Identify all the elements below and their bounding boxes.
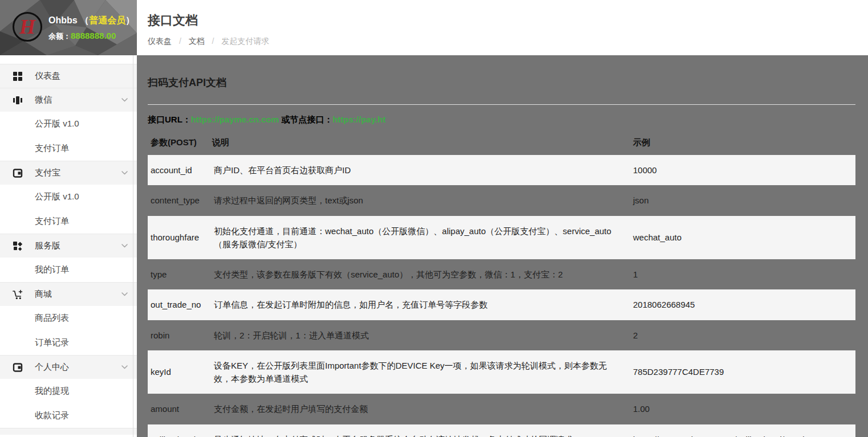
content-panel: 扫码支付API文档 接口URL：https://payme.cn.com 或节点… (137, 55, 868, 437)
table-row: content_type 请求过程中返回的网页类型，text或json json (148, 185, 855, 215)
sidebar-header: H Ohbbs （普通会员） 余额：8888888.00 (0, 0, 137, 55)
api-url-link[interactable]: https://payme.cn.com (191, 115, 279, 124)
cell-example: 2 (628, 320, 855, 350)
cell-desc: 初始化支付通道，目前通道：wechat_auto（公开版微信）、alipay_a… (209, 216, 628, 260)
cell-desc: 异步通知地址，在支付完成时，本平台服务器系统会自动向该地址发起一条支付成功的回调… (209, 424, 628, 437)
cell-param: type (148, 259, 209, 289)
logo-letter: H (19, 17, 35, 37)
col-header-example: 示例 (628, 133, 855, 155)
table-header-row: 参数(POST) 说明 示例 (148, 133, 855, 155)
breadcrumb: 仪表盘 / 文档 / 发起支付请求 (148, 36, 868, 47)
sidebar-item-service[interactable]: 服务版 (0, 234, 137, 258)
cell-desc: 支付类型，该参数在服务版下有效（service_auto），其他可为空参数，微信… (209, 259, 628, 289)
wallet-icon (13, 362, 23, 373)
dashboard-icon (13, 71, 23, 81)
breadcrumb-separator: / (179, 36, 181, 46)
app: H Ohbbs （普通会员） 余额：8888888.00 仪表盘 微信 公开版 … (0, 0, 868, 437)
sidebar-item-order-records[interactable]: 订单记录 (0, 330, 137, 355)
brand-logo: H (13, 12, 42, 42)
breadcrumb-docs[interactable]: 文档 (189, 36, 205, 46)
api-url-label: 接口URL： (148, 115, 191, 124)
membership-badge: 普通会员 (89, 15, 125, 25)
sidebar-item-my-withdrawals[interactable]: 我的提现 (0, 379, 137, 403)
api-url-middle: 或节点接口： (279, 115, 332, 124)
chevron-down-icon (121, 98, 128, 102)
sidebar-item-wechat[interactable]: 微信 (0, 88, 137, 112)
sidebar-item-product-list[interactable]: 商品列表 (0, 306, 137, 330)
cell-desc: 轮训，2：开启轮训，1：进入单通道模式 (209, 320, 628, 350)
table-row: keyId 设备KEY，在公开版列表里面Important参数下的DEVICE … (148, 350, 855, 394)
section-title: 扫码支付API文档 (148, 76, 855, 89)
cart-plus-icon (13, 289, 23, 300)
sidebar-item-mall[interactable]: 商城 (0, 282, 137, 307)
sidebar-footer-strip (0, 428, 137, 435)
col-header-desc: 说明 (209, 133, 628, 155)
api-url-line: 接口URL：https://payme.cn.com 或节点接口：https:/… (148, 115, 855, 125)
sidebar-item-dashboard[interactable]: 仪表盘 (0, 64, 137, 88)
chevron-down-icon (121, 244, 128, 248)
page-header: 接口文档 仪表盘 / 文档 / 发起支付请求 (137, 0, 868, 55)
balance-line: 余额：8888888.00 (48, 31, 116, 42)
api-node-url-link[interactable]: https://pay.ht (332, 115, 386, 124)
cell-desc: 支付金额，在发起时用户填写的支付金额 (209, 394, 628, 424)
table-row: thoroughfare 初始化支付通道，目前通道：wechat_auto（公开… (148, 216, 855, 260)
chevron-down-icon (121, 171, 128, 175)
sidebar-item-alipay-orders[interactable]: 支付订单 (0, 209, 137, 234)
cell-desc: 订单信息，在发起订单时附加的信息，如用户名，充值订单号等字段参数 (209, 289, 628, 320)
table-row: robin 轮训，2：开启轮训，1：进入单通道模式 2 (148, 320, 855, 350)
cell-param: out_trade_no (148, 289, 209, 320)
table-row: account_id 商户ID、在平台首页右边获取商户ID 10000 (148, 155, 855, 185)
cell-example: 2018062668945 (628, 289, 855, 320)
cell-param: amount (148, 394, 209, 424)
shapes-icon (13, 241, 23, 251)
balance-label: 余额： (48, 32, 71, 40)
cell-desc: 商户ID、在平台首页右边获取商户ID (209, 155, 628, 185)
sidebar-item-wechat-orders[interactable]: 支付订单 (0, 136, 137, 161)
cell-example: 785D239777C4DE7739 (628, 350, 855, 394)
balance-value: 8888888.00 (71, 31, 116, 40)
sidebar-item-my-orders[interactable]: 我的订单 (0, 258, 137, 282)
cell-example: 1.00 (628, 394, 855, 424)
bars-icon (13, 95, 23, 105)
cell-example: 1 (628, 259, 855, 289)
main-area: 接口文档 仪表盘 / 文档 / 发起支付请求 扫码支付API文档 接口URL：h… (137, 0, 868, 437)
cell-param: content_type (148, 185, 209, 215)
cell-param: thoroughfare (148, 216, 209, 260)
breadcrumb-dashboard[interactable]: 仪表盘 (148, 36, 172, 46)
cell-param: robin (148, 320, 209, 350)
chevron-down-icon (121, 365, 128, 369)
table-row: type 支付类型，该参数在服务版下有效（service_auto），其他可为空… (148, 259, 855, 289)
api-params-table: 参数(POST) 说明 示例 account_id 商户ID、在平台首页右边获取… (148, 133, 855, 437)
sidebar-item-alipay-public[interactable]: 公开版 v1.0 (0, 185, 137, 209)
chevron-down-icon (121, 292, 128, 296)
cell-example: 10000 (628, 155, 855, 185)
cell-example: wechat_auto (628, 216, 855, 260)
page-title: 接口文档 (148, 0, 868, 29)
sidebar: H Ohbbs （普通会员） 余额：8888888.00 仪表盘 微信 公开版 … (0, 0, 137, 437)
user-name-line: Ohbbs （普通会员） (48, 15, 135, 27)
wallet-icon (13, 168, 23, 178)
table-row: amount 支付金额，在发起时用户填写的支付金额 1.00 (148, 394, 855, 424)
cell-example: json (628, 185, 855, 215)
cell-desc: 请求过程中返回的网页类型，text或json (209, 185, 628, 215)
sidebar-item-profile[interactable]: 个人中心 (0, 355, 137, 379)
cell-param: account_id (148, 155, 209, 185)
table-row: out_trade_no 订单信息，在发起订单时附加的信息，如用户名，充值订单号… (148, 289, 855, 320)
sidebar-item-alipay[interactable]: 支付宝 (0, 161, 137, 185)
cell-desc: 设备KEY，在公开版列表里面Important参数下的DEVICE Key一项，… (209, 350, 628, 394)
section-divider (148, 104, 855, 105)
cell-param: callback_url (148, 424, 209, 437)
breadcrumb-separator: / (212, 36, 214, 46)
cell-example: https://www.codesceo.com/callback_url/pa… (628, 424, 855, 437)
breadcrumb-current: 发起支付请求 (221, 36, 269, 46)
table-row: callback_url 异步通知地址，在支付完成时，本平台服务器系统会自动向该… (148, 424, 855, 437)
user-name: Ohbbs (48, 15, 78, 25)
col-header-param: 参数(POST) (148, 133, 209, 155)
sidebar-nav: 仪表盘 微信 公开版 v1.0 支付订单 支付宝 公开版 v1.0 支付订单 服… (0, 55, 137, 428)
sidebar-item-wechat-public[interactable]: 公开版 v1.0 (0, 112, 137, 136)
sidebar-item-receipt-records[interactable]: 收款记录 (0, 403, 137, 428)
cell-param: keyId (148, 350, 209, 394)
